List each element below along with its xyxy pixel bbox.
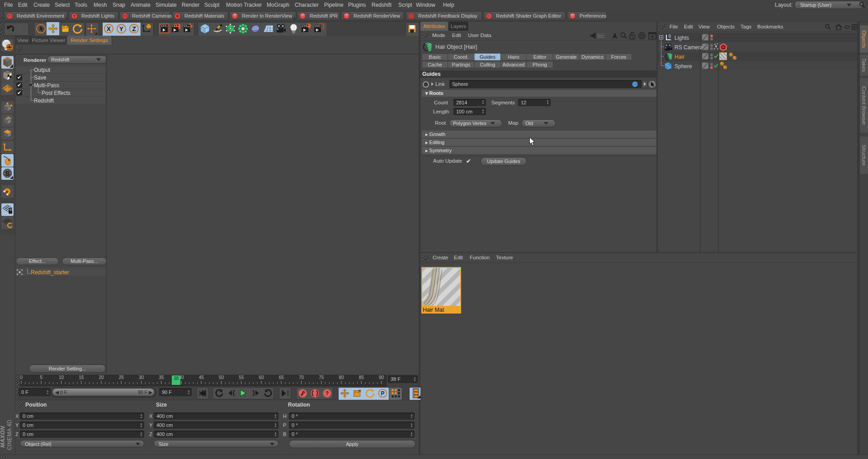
- svg-text:Hair Mat: Hair Mat: [423, 307, 444, 313]
- svg-text:Y: Y: [119, 25, 124, 33]
- svg-text:55: 55: [239, 375, 244, 380]
- svg-text:0: 0: [669, 34, 671, 39]
- svg-text:50: 50: [219, 375, 224, 380]
- svg-text:5: 5: [40, 375, 42, 380]
- svg-text:45: 45: [199, 375, 204, 380]
- svg-text:Z: Z: [132, 25, 136, 33]
- svg-text:80: 80: [339, 375, 344, 380]
- svg-text:X: X: [107, 25, 111, 33]
- svg-text:85: 85: [359, 375, 364, 380]
- svg-text:15: 15: [79, 375, 84, 380]
- svg-text:75: 75: [319, 375, 324, 380]
- svg-text:20: 20: [99, 375, 104, 380]
- svg-text:10: 10: [59, 375, 64, 380]
- svg-text:P: P: [381, 390, 385, 397]
- svg-text:0: 0: [20, 375, 23, 380]
- svg-text:S: S: [5, 170, 9, 177]
- svg-text:30: 30: [139, 375, 144, 380]
- svg-text:35: 35: [159, 375, 164, 380]
- svg-text:60: 60: [259, 375, 264, 380]
- svg-text:90: 90: [379, 375, 384, 380]
- svg-text:?: ?: [326, 390, 329, 397]
- svg-text:70: 70: [299, 375, 304, 380]
- svg-text:25: 25: [119, 375, 124, 380]
- svg-text:65: 65: [279, 375, 284, 380]
